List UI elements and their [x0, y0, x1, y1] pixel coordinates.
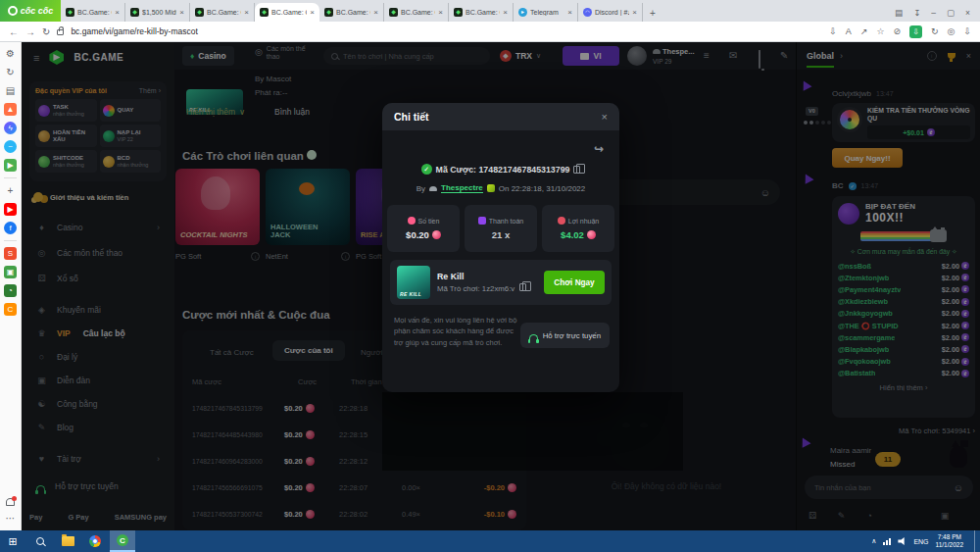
stat-icon: [558, 217, 565, 225]
games-icon[interactable]: ▶: [4, 159, 17, 172]
tab-close-icon[interactable]: ×: [244, 8, 249, 17]
taskbar-search-icon[interactable]: [27, 530, 53, 552]
notifications-bell-icon[interactable]: [6, 498, 15, 506]
hot-trends-icon[interactable]: ▲: [4, 103, 17, 116]
stat-value: $4.02: [561, 229, 584, 240]
translate-icon[interactable]: A: [846, 26, 852, 36]
file-explorer-icon[interactable]: [55, 530, 80, 552]
taskbar-clock[interactable]: 7:48 PM 11/1/2022: [936, 533, 963, 549]
save-page-icon[interactable]: ⇩: [829, 26, 837, 36]
copy-icon[interactable]: [573, 166, 580, 174]
stat-value: 21 x: [492, 229, 511, 240]
game-thumbnail[interactable]: RE KILL: [397, 266, 430, 299]
tab-close-icon[interactable]: ×: [179, 8, 184, 17]
settings-gear-icon[interactable]: ⚙: [4, 47, 17, 60]
tab-close-icon[interactable]: ×: [373, 8, 378, 17]
coccoc-taskbar-icon[interactable]: C: [110, 530, 135, 552]
sync-icon[interactable]: ↻: [931, 26, 939, 36]
tab-close-icon[interactable]: ×: [632, 8, 637, 17]
weather-icon[interactable]: ~: [4, 140, 17, 153]
tab-close-icon[interactable]: ×: [115, 8, 120, 17]
bet-stats: Số tiền $0.20 Thanh toán 21 x Lợi nhuận …: [387, 205, 614, 252]
stat-icon: [408, 217, 416, 225]
browser-tab[interactable]: BC.Game: Crypto ×: [61, 3, 125, 22]
browser-tab-bar: cốc cốc BC.Game: Crypto × $1,500 Midweek…: [0, 0, 980, 22]
url-field[interactable]: bc.game/vi/game/re-kill-by-mascot: [71, 26, 197, 36]
feed-icon[interactable]: ▤: [4, 84, 17, 97]
tab-close-icon[interactable]: ×: [503, 8, 508, 17]
network-icon[interactable]: [883, 538, 891, 545]
minimize-button[interactable]: –: [931, 8, 936, 18]
hidden-icons-caret[interactable]: ∧: [871, 537, 876, 545]
browser-tabs: BC.Game: Crypto × $1,500 Midweek × BC.Ga…: [61, 0, 643, 22]
tab-close-icon[interactable]: ×: [438, 8, 443, 17]
history-icon[interactable]: ↻: [4, 66, 17, 78]
browser-tab[interactable]: Telegram ×: [514, 3, 578, 22]
live-support-button[interactable]: Hỗ trợ trực tuyến: [520, 323, 610, 348]
shopee-icon[interactable]: S: [4, 247, 17, 260]
share-icon[interactable]: ↗: [860, 26, 868, 36]
bcd-coin-icon: [587, 230, 596, 239]
browser-tab[interactable]: BC.Game: Crypto ×: [449, 3, 514, 22]
youtube-icon[interactable]: ▶: [4, 203, 17, 216]
downloader-extension-icon[interactable]: ⇩: [909, 25, 922, 38]
promo-wheel-icon[interactable]: ◔: [4, 284, 17, 297]
tab-title: BC.Game: Crypto: [401, 9, 435, 16]
browser-tab[interactable]: Discord | #♪m ×: [578, 3, 643, 22]
back-button[interactable]: ←: [9, 26, 19, 37]
check-icon: ✓: [421, 164, 432, 175]
browser-tab[interactable]: BC.Game: Crypto ×: [190, 3, 255, 22]
cart-icon[interactable]: C: [4, 303, 17, 316]
stat-box: Số tiền $0.20: [387, 205, 460, 252]
maximize-button[interactable]: ▢: [947, 8, 955, 18]
tab-favicon: [518, 8, 527, 17]
start-button[interactable]: ⊞: [0, 530, 25, 552]
tab-close-icon[interactable]: ×: [310, 8, 315, 17]
chrome-taskbar-icon[interactable]: [82, 530, 108, 552]
reload-button[interactable]: ↻: [42, 26, 50, 37]
tab-favicon: [260, 8, 269, 17]
messenger-icon[interactable]: ϟ: [4, 122, 17, 134]
downloads-icon[interactable]: ⇩: [963, 26, 971, 36]
tab-title: BC.Game: Crypto: [466, 9, 500, 16]
facebook-icon[interactable]: f: [4, 222, 17, 234]
tab-close-icon[interactable]: ×: [567, 8, 572, 17]
game-code: Mã Trò chơi: 1z2xm6:v: [437, 284, 514, 293]
bet-id-row: ✓ Mã Cược: 1748217467845313799: [382, 164, 619, 175]
tab-title: BC.Game: Crypto: [271, 9, 307, 16]
browser-tab[interactable]: BC.Game: Crypto ×: [255, 3, 319, 22]
bcd-coin-icon: [432, 230, 441, 239]
profile-icon[interactable]: ◎: [948, 26, 956, 36]
tab-panel-icon[interactable]: ▤: [895, 8, 903, 18]
stat-box: Lợi nhuận $4.02: [542, 205, 614, 252]
browser-tab[interactable]: $1,500 Midweek ×: [125, 3, 190, 22]
coccoc-logo-icon: [8, 6, 18, 16]
close-window-button[interactable]: ×: [965, 8, 970, 18]
new-tab-button[interactable]: +: [643, 8, 662, 22]
gift-icon[interactable]: ▣: [4, 266, 17, 278]
adblock-icon[interactable]: ⊘: [894, 26, 902, 36]
headset-icon: [529, 334, 538, 340]
forward-button[interactable]: →: [25, 26, 35, 37]
modal-title: Chi tiết: [394, 111, 429, 123]
volume-icon[interactable]: [898, 537, 906, 545]
bet-id-text: Mã Cược: 1748217467845313799: [436, 165, 570, 175]
copy-icon[interactable]: [519, 283, 526, 291]
site-viewport: ≡ BC.GAME Đặc quyền VIP của tôi Thêm › T…: [22, 42, 980, 530]
stat-value: $0.20: [406, 229, 429, 240]
bookmark-star-icon[interactable]: ☆: [876, 26, 884, 36]
more-options-icon[interactable]: ⋯: [4, 512, 17, 525]
system-tray: ∧ ENG 7:48 PM 11/1/2022: [871, 530, 980, 552]
show-desktop-button[interactable]: [974, 530, 977, 552]
play-now-button[interactable]: Chơi Ngay: [544, 271, 605, 294]
share-icon[interactable]: ↪: [594, 142, 604, 156]
browser-tab[interactable]: BC.Game: Crypto ×: [319, 3, 384, 22]
pin-icon[interactable]: ↧: [913, 8, 920, 18]
browser-tab[interactable]: BC.Game: Crypto ×: [384, 3, 449, 22]
add-shortcut-icon[interactable]: +: [4, 184, 17, 197]
modal-close-icon[interactable]: ×: [602, 111, 608, 123]
tab-title: $1,500 Midweek: [142, 9, 176, 16]
input-language[interactable]: ENG: [913, 538, 928, 545]
tab-title: BC.Game: Crypto: [207, 9, 241, 16]
bet-author-link[interactable]: Thespectre: [441, 183, 483, 193]
